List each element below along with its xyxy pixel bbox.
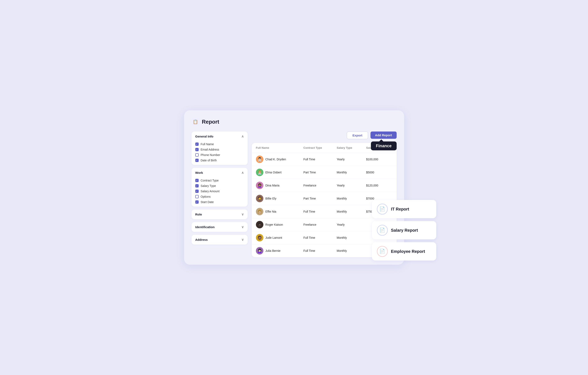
work-items: Contract Type Salary Type Salary Amount … [192, 178, 248, 207]
export-button[interactable]: Export [347, 132, 368, 139]
cell-salary-type-3: Monthly [333, 192, 362, 205]
filter-options[interactable]: Options [195, 195, 244, 198]
cell-contract-2: Freelance [299, 179, 333, 192]
chevron-up-icon-work: ∧ [242, 171, 244, 175]
checkbox-full-name[interactable] [195, 142, 199, 146]
cell-name-4: 👩🏼 Effie Nia [252, 205, 299, 218]
checkbox-phone-number[interactable] [195, 153, 199, 157]
checkbox-email-address[interactable] [195, 148, 199, 151]
col-contract-type: Contract Type [299, 143, 333, 153]
toolbar: Export Add Report Finance [252, 132, 397, 139]
cell-contract-6: Full Time [299, 231, 333, 244]
chevron-up-icon: ∧ [242, 134, 244, 138]
checkbox-date-of-birth[interactable] [195, 159, 199, 162]
page-title: Report [202, 119, 219, 125]
cell-contract-5: Freelance [299, 218, 333, 231]
filter-contract-type[interactable]: Contract Type [195, 179, 244, 182]
cell-name-3: 🧔 Billie Ely [252, 192, 299, 205]
cell-name-6: 🧔🏽 Jude Lamont [252, 231, 299, 244]
general-info-items: Full Name Email Address Phone Number Dat… [192, 141, 248, 165]
sidebar: General Info ∧ Full Name Email Address P… [192, 132, 248, 244]
cell-contract-1: Part Time [299, 166, 333, 179]
cell-name-1: 👩🏼‍💼 Elma Osbert [252, 166, 299, 179]
filter-start-date[interactable]: Start Date [195, 200, 244, 204]
cell-name-0: 👨🏻‍💼 Chad K. Dryden [252, 153, 299, 166]
it-report-icon: 📄 [377, 204, 388, 214]
chevron-down-icon-identification: ∨ [242, 225, 244, 229]
cell-name-2: 👩🏽‍🦱 Dina Maria [252, 179, 299, 192]
section-work-header[interactable]: Work ∧ [192, 168, 248, 178]
it-report-label: IT Report [391, 207, 409, 212]
main-layout: General Info ∧ Full Name Email Address P… [192, 132, 397, 257]
chevron-down-icon-role: ∨ [242, 213, 244, 216]
filter-phone-number[interactable]: Phone Number [195, 153, 244, 157]
cell-amount-2: $120,000 [362, 179, 397, 192]
cell-salary-type-1: Monthly [333, 166, 362, 179]
salary-report-icon: 📄 [377, 225, 388, 236]
filter-salary-amount[interactable]: Salary Amount [195, 190, 244, 193]
cell-salary-type-5: Yearly [333, 218, 362, 231]
filter-email-address[interactable]: Email Address [195, 148, 244, 151]
checkbox-options[interactable] [195, 195, 199, 198]
employee-report-card[interactable]: 📄 Employee Report [372, 242, 436, 261]
checkbox-salary-type[interactable] [195, 184, 199, 187]
cell-salary-type-2: Yearly [333, 179, 362, 192]
add-report-button[interactable]: Add Report [370, 132, 397, 139]
cell-salary-type-6: Monthly [333, 231, 362, 244]
section-role: Role ∨ [192, 210, 248, 219]
filter-full-name[interactable]: Full Name [195, 142, 244, 146]
main-card: 📋 Report General Info ∧ Full Name [184, 110, 404, 265]
cell-salary-type-0: Yearly [333, 153, 362, 166]
cell-contract-3: Part Time [299, 192, 333, 205]
table-row: 👩🏽‍🦱 Dina Maria Freelance Yearly $120,00… [252, 179, 397, 192]
page-header: 📋 Report [192, 118, 397, 126]
table-row: 👨🏻‍💼 Chad K. Dryden Full Time Yearly $10… [252, 153, 397, 166]
salary-report-label: Salary Report [391, 228, 418, 233]
col-salary-type: Salary Type [333, 143, 362, 153]
cell-contract-0: Full Time [299, 153, 333, 166]
it-report-card[interactable]: 📄 IT Report [372, 200, 436, 218]
cell-amount-0: $100,000 [362, 153, 397, 166]
checkbox-contract-type[interactable] [195, 179, 199, 182]
checkbox-start-date[interactable] [195, 200, 199, 204]
section-work: Work ∧ Contract Type Salary Type Salary … [192, 168, 248, 207]
cell-salary-type-7: Monthly [333, 244, 362, 257]
section-identification-header[interactable]: Identification ∨ [192, 222, 248, 232]
right-panel: 📄 IT Report 📄 Salary Report 📄 Employee R… [372, 200, 436, 261]
cell-contract-7: Full Time [299, 244, 333, 257]
table-row: 👩🏼‍💼 Elma Osbert Part Time Monthly $5000 [252, 166, 397, 179]
employee-report-icon: 📄 [377, 246, 388, 257]
section-address-header[interactable]: Address ∨ [192, 235, 248, 244]
section-address: Address ∨ [192, 235, 248, 244]
checkbox-salary-amount[interactable] [195, 190, 199, 193]
filter-date-of-birth[interactable]: Date of Birth [195, 159, 244, 162]
cell-contract-4: Full Time [299, 205, 333, 218]
filter-salary-type[interactable]: Salary Type [195, 184, 244, 187]
cell-name-7: 👩🏻‍🦱 Julia Bernie [252, 244, 299, 257]
finance-tooltip: Finance [371, 142, 397, 150]
section-general-info: General Info ∧ Full Name Email Address P… [192, 132, 248, 165]
salary-report-card[interactable]: 📄 Salary Report [372, 221, 436, 239]
cell-salary-type-4: Monthly [333, 205, 362, 218]
col-full-name: Full Name [252, 143, 299, 153]
employee-report-label: Employee Report [391, 249, 425, 254]
cell-name-5: 🧔🏿 Roger Kaison [252, 218, 299, 231]
page-icon: 📋 [192, 118, 200, 126]
section-general-info-header[interactable]: General Info ∧ [192, 132, 248, 141]
add-report-wrapper: Add Report Finance [370, 132, 397, 139]
chevron-down-icon-address: ∨ [242, 238, 244, 242]
section-role-header[interactable]: Role ∨ [192, 210, 248, 219]
section-identification: Identification ∨ [192, 222, 248, 232]
cell-amount-1: $5000 [362, 166, 397, 179]
